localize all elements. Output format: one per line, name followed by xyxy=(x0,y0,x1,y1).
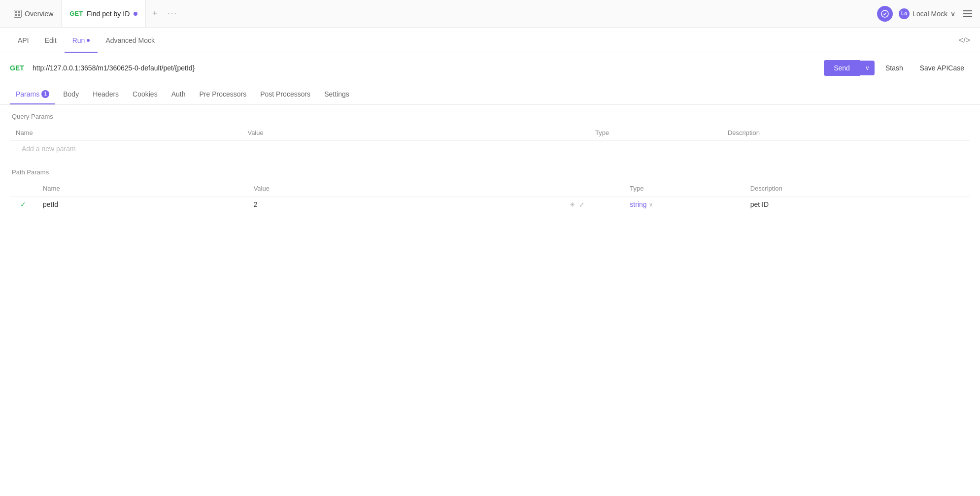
query-col-name: Name xyxy=(10,125,241,141)
query-params-label: Query Params xyxy=(10,113,970,120)
sub-nav-advanced-mock[interactable]: Advanced Mock xyxy=(98,28,163,53)
params-count-badge: 1 xyxy=(41,90,49,98)
row-actions: ✳ ⤢ xyxy=(570,201,618,208)
send-button[interactable]: Send xyxy=(824,60,860,76)
params-content: Query Params Name Value Type Description xyxy=(0,105,980,232)
row-type-dropdown[interactable]: string ∨ xyxy=(630,200,652,208)
query-params-table: Name Value Type Description Add a new pa… xyxy=(10,125,970,157)
query-col-description: Description xyxy=(722,125,970,141)
tab-post-processors[interactable]: Post Processors xyxy=(254,83,316,104)
path-col-name: Name xyxy=(37,181,248,197)
send-dropdown-button[interactable]: ∨ xyxy=(860,61,875,75)
hamburger-menu[interactable] xyxy=(961,8,974,19)
path-col-value: Value xyxy=(248,181,564,197)
send-button-group: Send ∨ xyxy=(824,60,875,76)
tab-pre-processors[interactable]: Pre Processors xyxy=(193,83,252,104)
request-method-badge: GET xyxy=(69,10,83,17)
save-apicase-button[interactable]: Save APICase xyxy=(914,60,970,76)
overview-label: Overview xyxy=(25,10,53,18)
local-mock-avatar: Lo xyxy=(899,8,910,19)
table-row: ✓ petId 2 ✳ ⤢ string ∨ pet ID xyxy=(10,197,970,213)
tab-headers[interactable]: Headers xyxy=(87,83,125,104)
code-icon[interactable]: </> xyxy=(959,36,970,44)
tab-overview[interactable]: Overview xyxy=(6,0,61,27)
expand-icon[interactable]: ⤢ xyxy=(579,201,584,208)
path-params-table: Name Value Type Description ✓ petId 2 xyxy=(10,181,970,212)
path-col-type: Type xyxy=(624,181,744,197)
svg-rect-0 xyxy=(15,11,17,13)
row-check[interactable]: ✓ xyxy=(20,200,26,208)
unsaved-dot xyxy=(134,12,137,16)
path-col-check xyxy=(10,181,37,197)
tab-body[interactable]: Body xyxy=(57,83,85,104)
tab-request[interactable]: GET Find pet by ID xyxy=(61,0,146,27)
tab-cookies[interactable]: Cookies xyxy=(127,83,164,104)
row-value[interactable]: 2 xyxy=(248,197,564,213)
request-tab-title: Find pet by ID xyxy=(87,10,130,18)
params-tabs: Params 1 Body Headers Cookies Auth Pre P… xyxy=(0,83,980,105)
path-col-description: Description xyxy=(744,181,970,197)
overview-icon xyxy=(14,10,22,18)
local-mock-label: Local Mock xyxy=(912,10,947,18)
type-chevron-icon: ∨ xyxy=(649,201,653,208)
row-name[interactable]: petId xyxy=(37,197,248,213)
row-type-value: string xyxy=(630,200,646,208)
svg-rect-2 xyxy=(15,14,17,16)
svg-rect-3 xyxy=(18,14,20,16)
query-col-type: Type xyxy=(589,125,722,141)
row-description[interactable]: pet ID xyxy=(744,197,970,213)
svg-rect-1 xyxy=(18,11,20,13)
stash-button[interactable]: Stash xyxy=(879,60,909,76)
add-param-placeholder: Add a new param xyxy=(16,141,82,157)
chevron-down-icon: ∨ xyxy=(950,10,955,18)
sub-nav: API Edit Run Advanced Mock </> xyxy=(0,28,980,53)
run-modified-dot xyxy=(87,39,90,42)
url-bar: GET Send ∨ Stash Save APICase xyxy=(0,53,980,83)
monitor-icon[interactable] xyxy=(877,6,893,22)
path-col-actions xyxy=(564,181,624,197)
path-params-label: Path Params xyxy=(10,168,970,176)
tab-bar: Overview GET Find pet by ID + ··· Lo Loc… xyxy=(0,0,980,28)
query-col-value: Value xyxy=(241,125,589,141)
sub-nav-right: </> xyxy=(959,36,970,45)
tab-params[interactable]: Params 1 xyxy=(10,83,55,104)
sub-nav-api[interactable]: API xyxy=(10,28,37,53)
sub-nav-edit[interactable]: Edit xyxy=(37,28,65,53)
tab-bar-right: Lo Local Mock ∨ xyxy=(877,6,974,22)
more-tabs-button[interactable]: ··· xyxy=(164,0,181,27)
tab-settings[interactable]: Settings xyxy=(318,83,355,104)
tab-auth[interactable]: Auth xyxy=(166,83,192,104)
local-mock-dropdown[interactable]: Lo Local Mock ∨ xyxy=(899,8,955,19)
method-label: GET xyxy=(10,64,28,72)
add-query-param-row[interactable]: Add a new param xyxy=(10,141,970,157)
url-input[interactable] xyxy=(33,64,819,72)
add-tab-button[interactable]: + xyxy=(146,0,164,27)
magic-icon[interactable]: ✳ xyxy=(570,201,575,208)
sub-nav-run[interactable]: Run xyxy=(65,28,98,53)
